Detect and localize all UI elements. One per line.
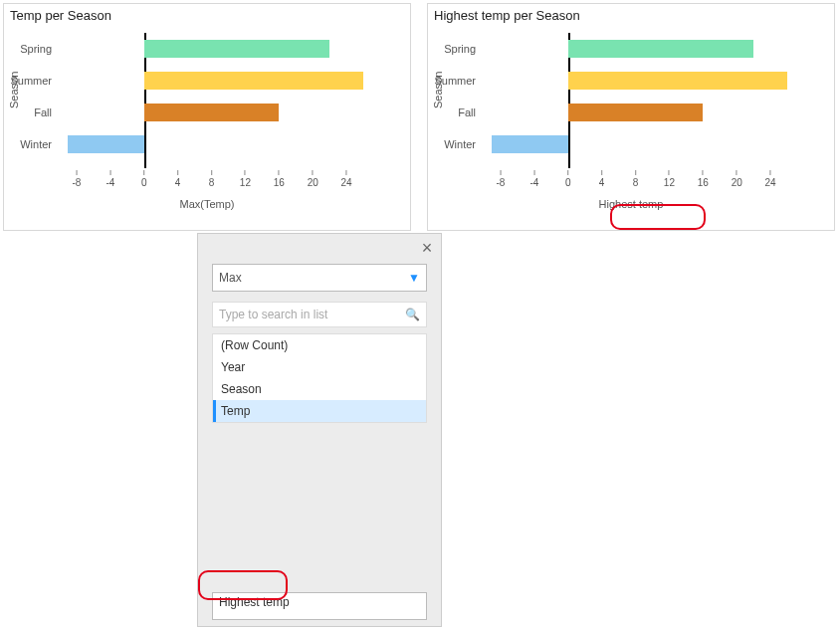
x-tick: 20 [308,170,318,188]
x-tick: 4 [175,170,181,188]
bar-row: Spring [60,33,380,65]
search-input[interactable]: Type to search in list 🔍 [212,302,427,327]
x-tick: 20 [732,170,742,188]
category-label: Spring [444,43,484,55]
search-placeholder: Type to search in list [219,308,327,321]
x-tick: -4 [529,170,538,188]
x-ticks: -8-404812162024 [60,170,380,196]
category-label: Summer [434,75,484,87]
x-tick: 8 [633,170,639,188]
x-tick: 16 [698,170,709,188]
plot-area: SpringSummerFallWinter [60,33,380,168]
category-label: Spring [20,43,60,55]
x-tick: 0 [565,170,571,188]
bar-row: Summer [484,65,804,97]
bar-row: Fall [60,97,380,128]
aggregation-value: Max [219,271,242,285]
category-label: Winter [444,138,484,150]
chart-title: Temp per Season [4,4,410,27]
x-axis-label: Highest temp [428,198,834,210]
x-tick: 24 [341,170,352,188]
chart-left: Temp per Season Season SpringSummerFallW… [3,3,411,231]
x-tick: 24 [765,170,776,188]
x-tick: -8 [72,170,81,188]
bar[interactable] [568,40,753,58]
x-tick: 0 [141,170,147,188]
x-tick: 8 [209,170,215,188]
bar[interactable] [144,72,363,90]
x-tick: 16 [274,170,285,188]
category-label: Winter [20,138,60,150]
chart-right: Highest temp per Season Season SpringSum… [427,3,835,231]
x-tick: 4 [599,170,605,188]
close-icon[interactable]: × [419,240,435,256]
spacer [198,433,441,592]
bar[interactable] [492,135,567,153]
search-icon: 🔍 [405,308,420,321]
column-option[interactable]: Year [213,356,426,378]
bar[interactable] [144,40,329,58]
category-label: Fall [34,106,60,118]
x-tick: -8 [496,170,505,188]
bar-row: Winter [484,128,804,160]
axis-config-popup: × Max ▼ Type to search in list 🔍 (Row Co… [197,233,442,627]
bar-row: Spring [484,33,804,65]
x-tick: 12 [664,170,675,188]
plot-area: SpringSummerFallWinter [484,33,804,168]
bar[interactable] [568,104,704,121]
bar[interactable] [568,72,787,90]
column-list: (Row Count)YearSeasonTemp [212,333,427,423]
x-axis-label: Max(Temp) [4,198,410,210]
column-option[interactable]: Temp [213,400,426,422]
bar[interactable] [144,104,280,121]
column-option[interactable]: Season [213,378,426,400]
bar-row: Fall [484,97,804,128]
bar-row: Winter [60,128,380,160]
bar[interactable] [68,135,143,153]
chart-title: Highest temp per Season [428,4,834,27]
aggregation-dropdown[interactable]: Max ▼ [212,264,427,292]
column-option[interactable]: (Row Count) [213,334,426,356]
chevron-down-icon: ▼ [408,271,420,285]
x-ticks: -8-404812162024 [484,170,804,196]
rename-value: Highest temp [219,595,290,609]
bar-row: Summer [60,65,380,97]
category-label: Summer [10,75,60,87]
rename-input[interactable]: Highest temp [212,592,427,620]
x-tick: -4 [105,170,114,188]
x-tick: 12 [240,170,251,188]
category-label: Fall [458,106,484,118]
